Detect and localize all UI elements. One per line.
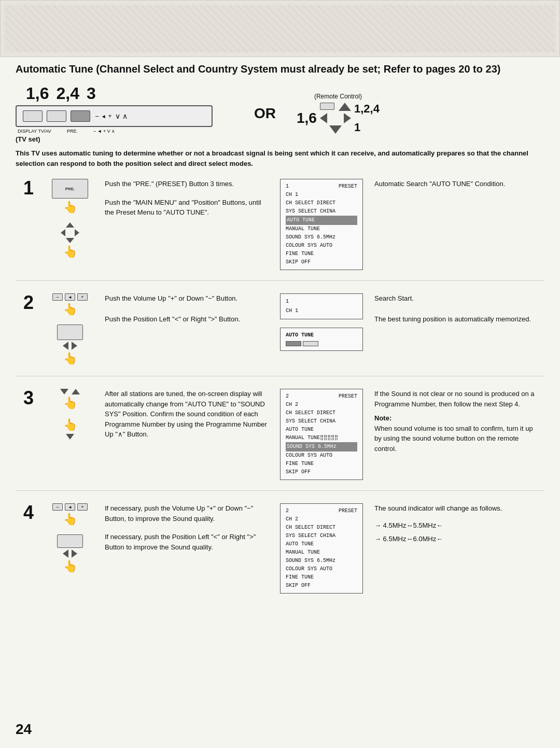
step-4-osd-manualtune: MANUAL TUNE	[286, 548, 357, 557]
step-3-section: 3 👆 👆 After all stations are tuned, the …	[16, 389, 544, 491]
step-4-vol-buttons: – ◄ +	[52, 503, 88, 511]
step-3-text: After all stations are tuned, the on-scr…	[99, 389, 275, 480]
step-1-instruction-1: Push the "PRE." (PRESET) Button 3 times.	[105, 179, 269, 189]
step-4-osd-autotune: AUTO TUNE	[286, 540, 357, 548]
step-1-icons: PRE. 👆 👆	[41, 179, 99, 270]
step-3-osd-coloursys: COLOUR SYS AUTO	[286, 451, 357, 460]
remote-step-row: 1,6 1,2,4	[297, 102, 380, 134]
tv-step-num-16: 1,6	[26, 84, 49, 103]
step-1-result-text: Automatic Search "AUTO TUNE" Condition.	[374, 179, 538, 189]
step-2-number: 2	[23, 293, 34, 312]
step-1-osd-autotune-highlight: AUTO TUNE	[286, 216, 357, 225]
step-4-hand-2: 👆	[63, 560, 77, 573]
step-4-osd-preset-label: PRESET	[339, 507, 357, 515]
step-1-number-col: 1	[16, 179, 41, 270]
step-4-result: The sound indicator will change as follo…	[368, 503, 544, 594]
step-4-pos-arrows	[57, 534, 83, 558]
step-2-vol-minus: –	[52, 293, 63, 301]
tv-labels: DISPLAY TV/AV PRE. – ◄ + V ∧	[18, 129, 115, 134]
step-2-pos-arrows	[57, 324, 83, 350]
step-3-instruction: After all stations are tuned, the on-scr…	[105, 389, 269, 440]
step-1-hand-1: 👆	[63, 201, 77, 214]
step-3-hand-2: 👆	[63, 418, 77, 432]
page-number: 24	[16, 721, 32, 738]
step-2-result: Search Start. The best tuning position i…	[368, 293, 544, 365]
tv-set-diagram: 1,6 2,4 3 –◄+ ∨∧	[16, 84, 233, 143]
step-3-osd-chselect: CH SELECT DIRECT	[286, 409, 357, 417]
step-2-vol-plus: +	[77, 293, 88, 301]
tv-set-label: (TV set)	[16, 135, 40, 143]
step-4-osd-coloursys: COLOUR SYS AUTO	[286, 565, 357, 573]
step-3-screen: 2 PRESET CH 2 CH SELECT DIRECT SYS SELEC…	[275, 389, 368, 480]
step-1-osd-coloursys: COLOUR SYS AUTO	[286, 242, 357, 250]
step-2-pos-icon: 👆	[57, 324, 83, 365]
step-2-screen: 1 CH 1 AUTO TUNE	[275, 293, 368, 365]
step-1-osd-preset-num: 1	[286, 182, 289, 191]
remote-center	[331, 114, 340, 122]
step-3-updown-icon: 👆	[60, 389, 80, 410]
step-3-arrow-dn2	[66, 434, 74, 440]
step-2-bar-seg-1	[286, 341, 301, 346]
step-4-vol-tri: ◄	[65, 503, 75, 511]
step-1-hand-2: 👆	[63, 245, 77, 259]
remote-diagram: (Remote Control) 1,6	[297, 93, 380, 134]
tv-label-pre: PRE.	[67, 129, 78, 134]
step-4-icons: – ◄ + 👆 👆	[41, 503, 99, 594]
step-2-autotune-label: AUTO TUNE	[286, 332, 357, 338]
step-1-osd-preset-label: PRESET	[339, 182, 357, 191]
tv-label-controls: – ◄ + V ∧	[93, 129, 115, 134]
step-3-osd-title: 2 PRESET	[286, 392, 357, 401]
step-3-result-main: If the Sound is not clear or no sound is…	[374, 389, 538, 409]
remote-right-arrow	[344, 113, 351, 123]
remote-top-row	[320, 103, 351, 111]
step-2-autotune-display: AUTO TUNE	[280, 328, 363, 351]
step-4-sound-line-2: → 6.5MHz↔6.0MHz←	[374, 532, 538, 546]
step-1-pre-icon: PRE. 👆	[52, 179, 88, 214]
remote-step-16: 1,6	[297, 110, 317, 126]
remote-left-arrow	[320, 113, 327, 123]
step-3-osd-manualtune: MANUAL TUNE⣿⣿⣿⣿⣿	[286, 434, 357, 442]
remote-buttons	[320, 103, 351, 134]
tv-step-numbers: 1,6 2,4 3	[26, 84, 96, 103]
tv-minus-plus: –◄+	[95, 112, 112, 120]
intro-text: This TV uses automatic tuning to determi…	[16, 148, 544, 168]
step-2-icons: – ◄ + 👆 👆	[41, 293, 99, 365]
step-2-hand-2: 👆	[63, 352, 77, 365]
step-2-vol-tri: ◄	[65, 293, 75, 301]
step-4-sound-line-1: → 4.5MHz↔5.5MHz←	[374, 519, 538, 532]
step-4-osd-num: 2	[286, 507, 289, 515]
step-1-tv-panel: PRE.	[52, 179, 88, 199]
step-3-hand-icon: 👆	[63, 418, 77, 440]
remote-step-1: 1	[354, 121, 380, 134]
step-2-osd-top: 1 CH 1	[280, 293, 363, 319]
step-4-result-main: The sound indicator will change as follo…	[374, 503, 538, 514]
remote-btn-1	[320, 103, 334, 110]
tv-preset-button-group	[23, 110, 90, 122]
step-2-section: 2 – ◄ + 👆 👆	[16, 293, 544, 376]
step-3-number: 3	[23, 389, 34, 407]
step-4-number: 4	[23, 503, 34, 522]
top-diagram: 1,6 2,4 3 –◄+ ∨∧	[16, 84, 544, 143]
step-1-result: Automatic Search "AUTO TUNE" Condition.	[368, 179, 544, 270]
step-4-osd-ch: CH 2	[286, 515, 357, 524]
step-1-remote-ctr	[67, 229, 73, 236]
step-2-vol-buttons: – ◄ +	[52, 293, 88, 301]
step-2-number-col: 2	[16, 293, 41, 365]
tv-step-num-3: 3	[87, 84, 96, 103]
step-1-osd-manualtune: MANUAL TUNE	[286, 225, 357, 233]
step-2-arrow-rt	[72, 342, 77, 350]
step-3-note-text: When sound volume is too small to confir…	[374, 424, 538, 454]
step-1-remote-bot	[66, 238, 74, 243]
remote-bot-row	[329, 125, 342, 134]
step-4-instruction-1: If necessary, push the Volume Up "+" or …	[105, 503, 269, 524]
step-1-remote-icon: 👆	[56, 222, 85, 259]
remote-down-arrow	[329, 125, 342, 134]
step-4-instruction-2: If necessary, push the Position Left "<"…	[105, 532, 269, 552]
step-1-remote-mid	[61, 229, 79, 236]
step-4-arrow-rt	[72, 549, 77, 558]
step-4-number-col: 4	[16, 503, 41, 594]
step-3-hand-1: 👆	[63, 397, 77, 410]
step-3-osd-ch: CH 2	[286, 401, 357, 409]
step-3-osd-finetune: FINE TUNE	[286, 460, 357, 468]
step-4-osd-finetune: FINE TUNE	[286, 573, 357, 582]
